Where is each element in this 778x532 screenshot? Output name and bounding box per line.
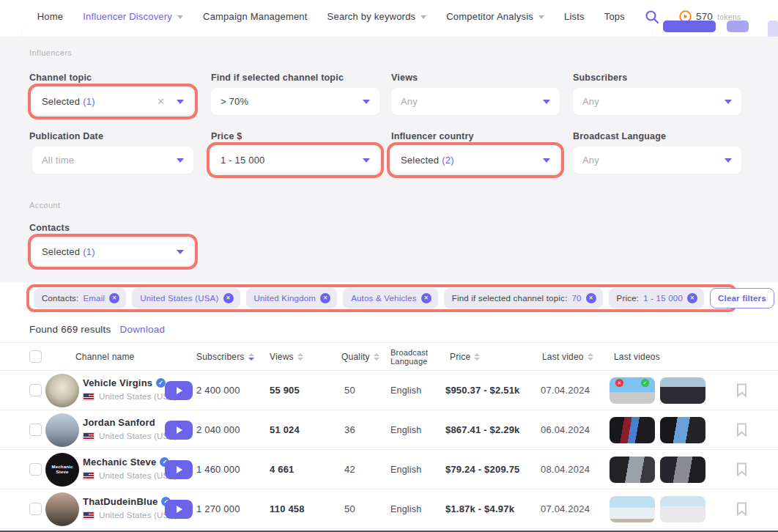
video-thumbnail[interactable] bbox=[660, 417, 705, 443]
scrollbar-remnant[interactable] bbox=[768, 21, 778, 38]
col-last-video[interactable]: Last video bbox=[542, 343, 593, 371]
views-value: 55 905 bbox=[270, 371, 300, 410]
search-button-remnant[interactable] bbox=[663, 21, 716, 32]
clear-selection-icon[interactable]: ✕ bbox=[157, 96, 165, 107]
col-channel-name: Channel name bbox=[75, 343, 134, 371]
video-thumbnail[interactable]: ✕ ✓ bbox=[610, 377, 655, 404]
table-row[interactable]: Vehicle Virgins ✓ United States (USA) 2 … bbox=[0, 371, 778, 410]
video-thumbnail[interactable] bbox=[660, 496, 705, 522]
chevron-down-icon bbox=[177, 15, 183, 19]
find-topic-label: Find if selected channel topic bbox=[211, 73, 344, 83]
last-video-date: 06.04.2024 bbox=[541, 410, 590, 450]
section-influencers: Influencers bbox=[29, 48, 72, 57]
chevron-down-icon bbox=[543, 158, 550, 163]
chevron-down-icon bbox=[177, 158, 184, 163]
chevron-down-icon bbox=[363, 158, 370, 163]
last-videos-thumbnails bbox=[610, 496, 705, 522]
price-dropdown[interactable]: 1 - 15 000 bbox=[211, 147, 379, 174]
search-icon[interactable] bbox=[645, 10, 659, 24]
chevron-down-icon bbox=[543, 100, 550, 104]
chevron-down-icon bbox=[177, 250, 184, 254]
col-views[interactable]: Views bbox=[270, 343, 303, 371]
broadcast-language-label: Broadcast Language bbox=[573, 131, 666, 141]
chip-autos-vehicles: Autos & Vehicles ✕ bbox=[343, 288, 438, 309]
publication-date-label: Publication Date bbox=[29, 131, 103, 141]
publication-date-dropdown[interactable]: All time bbox=[32, 147, 193, 174]
nav-search-by-keywords[interactable]: Search by keywords bbox=[327, 11, 427, 22]
subscribers-value: 2 400 000 bbox=[196, 371, 240, 410]
price-value: $1.87k - $4.97k bbox=[445, 489, 514, 529]
row-checkbox[interactable] bbox=[29, 463, 42, 476]
price-value: $950.37 - $2.51k bbox=[445, 371, 520, 410]
cross-icon: ✕ bbox=[615, 379, 623, 387]
youtube-play-button[interactable] bbox=[165, 381, 193, 400]
bookmark-icon[interactable] bbox=[736, 462, 747, 479]
remove-chip-icon[interactable]: ✕ bbox=[421, 293, 431, 303]
nav-tops[interactable]: Tops bbox=[604, 11, 625, 22]
youtube-play-button[interactable] bbox=[165, 460, 193, 479]
usa-flag-icon bbox=[83, 511, 95, 520]
video-thumbnail[interactable] bbox=[610, 417, 655, 443]
col-quality[interactable]: Quality bbox=[341, 343, 379, 371]
select-all-checkbox[interactable] bbox=[29, 350, 42, 363]
remove-chip-icon[interactable]: ✕ bbox=[687, 293, 697, 303]
contacts-dropdown[interactable]: Selected (1) bbox=[32, 238, 193, 265]
influencer-country-dropdown[interactable]: Selected (2) bbox=[391, 147, 560, 174]
nav-influencer-discovery[interactable]: Influencer Discovery bbox=[83, 11, 183, 22]
nav-competitor-analysis[interactable]: Competitor Analysis bbox=[446, 11, 544, 22]
price-label: Price $ bbox=[211, 131, 242, 141]
channel-name[interactable]: Mechanic Steve ✓ bbox=[83, 457, 177, 468]
sort-icon bbox=[297, 353, 303, 361]
col-broadcast-language: BroadcastLanguage bbox=[390, 343, 428, 371]
bookmark-icon[interactable] bbox=[736, 383, 747, 400]
row-checkbox[interactable] bbox=[29, 424, 42, 436]
clear-filters-button[interactable]: Clear filters bbox=[710, 288, 774, 309]
table-row[interactable]: ThatDudeinBlue ✓ United States (USA) 1 2… bbox=[0, 489, 778, 529]
col-price[interactable]: Price bbox=[450, 343, 480, 371]
subscribers-value: 1 460 000 bbox=[196, 450, 240, 489]
chip-united-states: United States (USA) ✕ bbox=[132, 288, 240, 309]
quality-value: 42 bbox=[344, 450, 355, 489]
nav-campaign-management[interactable]: Campaign Management bbox=[203, 11, 308, 22]
channel-avatar[interactable]: Mechanic Steve bbox=[45, 453, 79, 487]
remove-chip-icon[interactable]: ✕ bbox=[109, 293, 119, 303]
row-checkbox[interactable] bbox=[29, 503, 42, 515]
remove-chip-icon[interactable]: ✕ bbox=[320, 293, 330, 303]
youtube-play-button[interactable] bbox=[165, 500, 193, 519]
find-topic-dropdown[interactable]: > 70% bbox=[211, 88, 379, 115]
toolbar-button-remnant[interactable] bbox=[727, 21, 749, 32]
row-checkbox[interactable] bbox=[29, 384, 42, 396]
nav-home[interactable]: Home bbox=[37, 11, 63, 22]
views-dropdown[interactable]: Any bbox=[391, 88, 560, 115]
remove-chip-icon[interactable]: ✕ bbox=[586, 293, 596, 303]
channel-topic-dropdown[interactable]: Selected (1) ✕ bbox=[32, 88, 193, 115]
section-account: Account bbox=[29, 201, 61, 210]
table-row[interactable]: Jordan Sanford United States (USA) 2 040… bbox=[0, 410, 778, 450]
views-value: 51 024 bbox=[270, 410, 300, 450]
channel-name[interactable]: ThatDudeinBlue ✓ bbox=[83, 496, 177, 507]
channel-name[interactable]: Jordan Sanford bbox=[83, 417, 177, 428]
sort-icon bbox=[374, 353, 379, 361]
video-thumbnail[interactable] bbox=[610, 496, 655, 522]
quality-value: 50 bbox=[344, 371, 355, 410]
channel-country: United States (USA) bbox=[83, 432, 177, 440]
table-row[interactable]: Mechanic Steve Mechanic Steve ✓ United S… bbox=[0, 450, 778, 489]
subscribers-dropdown[interactable]: Any bbox=[573, 88, 741, 115]
remove-chip-icon[interactable]: ✕ bbox=[223, 293, 234, 303]
download-link[interactable]: Download bbox=[119, 324, 165, 335]
broadcast-language-dropdown[interactable]: Any bbox=[573, 147, 741, 174]
language-value: English bbox=[390, 450, 421, 489]
nav-lists[interactable]: Lists bbox=[564, 11, 585, 22]
channel-country: United States (USA) bbox=[83, 511, 177, 520]
youtube-play-button[interactable] bbox=[165, 421, 193, 440]
channel-avatar[interactable] bbox=[45, 492, 79, 526]
col-subscribers[interactable]: Subscribers bbox=[196, 343, 254, 371]
bookmark-icon[interactable] bbox=[736, 502, 747, 519]
channel-avatar[interactable] bbox=[45, 374, 79, 407]
video-thumbnail[interactable] bbox=[610, 457, 655, 483]
video-thumbnail[interactable] bbox=[660, 457, 705, 483]
channel-avatar[interactable] bbox=[45, 413, 79, 447]
channel-name[interactable]: Vehicle Virgins ✓ bbox=[83, 377, 177, 388]
bookmark-icon[interactable] bbox=[736, 423, 747, 440]
video-thumbnail[interactable] bbox=[660, 377, 705, 404]
